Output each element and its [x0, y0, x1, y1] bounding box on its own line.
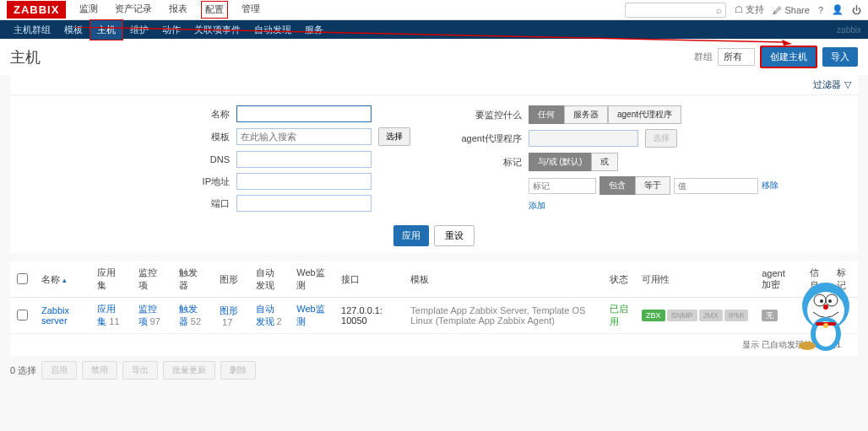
filter-icon: ▽ — [844, 79, 851, 90]
col-interface[interactable]: 接口 — [334, 261, 404, 298]
svg-point-13 — [799, 342, 816, 350]
badge-zbx: ZBX — [642, 310, 665, 321]
filter-actions: 应用 重设 — [10, 218, 858, 253]
col-discovery[interactable]: 自动发现 — [249, 261, 290, 298]
input-template[interactable] — [236, 128, 372, 145]
svg-point-7 — [828, 299, 832, 303]
search-icon: ⌕ — [716, 5, 722, 15]
page-header: 主机 群组 所有 创建主机 导入 — [0, 39, 868, 75]
col-triggers[interactable]: 触发器 — [172, 261, 213, 298]
badge-snmp: SNMP — [667, 310, 697, 321]
seg-server[interactable]: 服务器 — [564, 105, 608, 124]
col-avail[interactable]: 可用性 — [635, 261, 755, 298]
nav-monitoring[interactable]: 监测 — [76, 1, 101, 19]
triggers-link[interactable]: 触发器52 — [179, 304, 201, 326]
nav-config[interactable]: 配置 — [201, 1, 228, 19]
nav-reports[interactable]: 报表 — [165, 1, 191, 19]
tag-op-contains[interactable]: 包含 — [599, 176, 635, 195]
nav-inventory[interactable]: 资产记录 — [111, 1, 155, 19]
label-proxy: agent代理程序 — [461, 132, 522, 145]
nav-admin[interactable]: 管理 — [238, 1, 263, 19]
subnav-actions[interactable]: 动作 — [155, 20, 187, 40]
help-icon[interactable]: ? — [818, 5, 823, 15]
col-status[interactable]: 状态 — [603, 261, 635, 298]
select-proxy-button: 选择 — [645, 129, 677, 148]
filter-panel: 名称 模板 选择 DNS IP地址 端口 要监控什么 任何 服务器 agent代… — [10, 95, 858, 218]
group-select[interactable]: 所有 — [718, 48, 755, 66]
filter-toggle[interactable]: 过滤器 ▽ — [10, 75, 858, 95]
web-link[interactable]: Web监测 — [296, 304, 324, 326]
logout-icon[interactable]: ⏻ — [852, 5, 861, 15]
input-dns[interactable] — [236, 151, 372, 168]
tag-mode-andor[interactable]: 与/或 (默认) — [529, 153, 591, 171]
select-all-checkbox[interactable] — [17, 273, 28, 284]
row-checkbox[interactable] — [17, 310, 28, 321]
support-link[interactable]: ☖ 支持 — [735, 3, 764, 16]
col-apps[interactable]: 应用集 — [90, 261, 131, 298]
tag-mode-or[interactable]: 或 — [591, 153, 618, 171]
group-label: 群组 — [694, 51, 713, 63]
table-header-row: 名称 应用集 监控项 触发器 图形 自动发现 Web监测 接口 模板 状态 可用… — [10, 261, 858, 298]
bulk-enable-button: 启用 — [41, 361, 77, 380]
label-port: 端口 — [196, 197, 230, 210]
interface-cell: 127.0.0.1: 10050 — [334, 298, 404, 334]
subnav-discovery[interactable]: 自动发现 — [247, 20, 298, 40]
col-web[interactable]: Web监测 — [290, 261, 334, 298]
subnav-services[interactable]: 服务 — [298, 20, 330, 40]
tag-add-link[interactable]: 添加 — [529, 200, 545, 212]
label-template: 模板 — [196, 131, 230, 143]
import-button[interactable]: 导入 — [822, 47, 858, 67]
subnav-hosts[interactable]: 主机 — [90, 19, 123, 40]
tag-remove-link[interactable]: 移除 — [762, 180, 778, 191]
badge-ipmi: IPMI — [724, 310, 749, 321]
tag-row: 包含 等于 移除 — [529, 176, 778, 195]
status-link[interactable]: 已启用 — [610, 304, 628, 326]
subnav-correlation[interactable]: 关联项事件 — [187, 20, 247, 40]
seg-any[interactable]: 任何 — [529, 105, 564, 124]
subnav-maintenance[interactable]: 维护 — [123, 20, 155, 40]
col-graphs[interactable]: 图形 — [213, 261, 249, 298]
share-link[interactable]: 🖉 Share — [773, 5, 809, 15]
items-link[interactable]: 监控项97 — [138, 304, 160, 326]
bulk-delete-button: 删除 — [220, 361, 256, 380]
label-tags: 标记 — [461, 156, 522, 169]
table-footer: 显示 已自动发现的 1中的1 — [10, 334, 858, 356]
host-name-link[interactable]: Zabbix server — [41, 305, 69, 326]
apply-button[interactable]: 应用 — [393, 225, 429, 246]
col-name[interactable]: 名称 — [35, 261, 90, 298]
graphs-link[interactable]: 图形17 — [220, 305, 238, 327]
label-name: 名称 — [196, 108, 230, 121]
tag-value-input[interactable] — [674, 178, 758, 194]
col-items[interactable]: 监控项 — [132, 261, 172, 298]
reset-button[interactable]: 重设 — [434, 225, 475, 246]
page-title: 主机 — [10, 47, 41, 67]
global-search[interactable]: ⌕ — [625, 3, 726, 18]
svg-point-8 — [823, 304, 828, 310]
bulk-action-bar: 0 选择 启用 禁用 导出 批量更新 删除 — [10, 361, 858, 380]
svg-point-5 — [826, 294, 838, 306]
input-ip[interactable] — [236, 173, 372, 190]
subnav-hostgroups[interactable]: 主机群组 — [7, 20, 57, 40]
templates-cell: Template App Zabbix Server, Template OS … — [404, 298, 602, 334]
mascot-image — [792, 277, 860, 364]
monitored-segment: 任何 服务器 agent代理程序 — [529, 105, 681, 124]
discovery-link[interactable]: 自动发现2 — [256, 304, 282, 326]
user-icon[interactable]: 👤 — [832, 4, 844, 15]
top-nav: 监测 资产记录 报表 配置 管理 — [76, 1, 263, 19]
logo[interactable]: ZABBIX — [7, 1, 66, 19]
apps-link[interactable]: 应用集11 — [97, 304, 119, 326]
tag-name-input[interactable] — [529, 178, 596, 194]
col-templates[interactable]: 模板 — [404, 261, 602, 298]
tag-op-equals[interactable]: 等于 — [635, 176, 670, 195]
input-port[interactable] — [236, 195, 372, 212]
bulk-massupdate-button: 批量更新 — [163, 361, 215, 380]
svg-point-6 — [820, 299, 823, 303]
select-template-button[interactable]: 选择 — [378, 127, 410, 146]
label-dns: DNS — [196, 154, 230, 164]
input-name[interactable] — [236, 105, 372, 122]
create-host-button[interactable]: 创建主机 — [760, 46, 817, 68]
top-right: ⌕ ☖ 支持 🖉 Share ? 👤 ⏻ — [625, 3, 861, 18]
seg-proxy[interactable]: agent代理程序 — [608, 105, 681, 124]
encryption-badge: 无 — [762, 310, 778, 321]
subnav-templates[interactable]: 模板 — [57, 20, 90, 40]
